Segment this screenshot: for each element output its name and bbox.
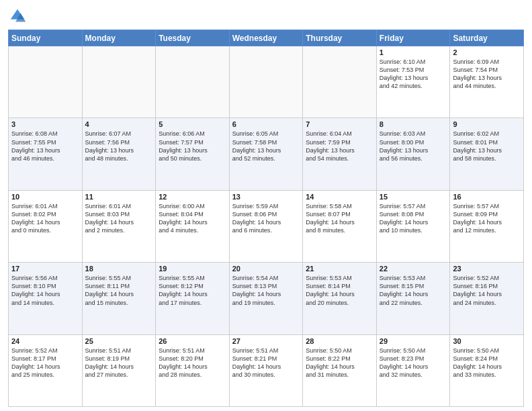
calendar-cell: 19Sunrise: 5:55 AM Sunset: 8:12 PM Dayli… bbox=[156, 263, 230, 334]
calendar-cell bbox=[156, 46, 230, 118]
calendar-day-header: Saturday bbox=[450, 30, 524, 46]
day-info: Sunrise: 5:57 AM Sunset: 8:08 PM Dayligh… bbox=[380, 202, 447, 235]
calendar-cell bbox=[9, 46, 83, 118]
day-info: Sunrise: 6:01 AM Sunset: 8:03 PM Dayligh… bbox=[85, 202, 153, 235]
logo-icon bbox=[8, 7, 27, 26]
day-info: Sunrise: 6:00 AM Sunset: 8:04 PM Dayligh… bbox=[159, 202, 226, 235]
calendar-day-header: Wednesday bbox=[229, 30, 303, 46]
calendar-week-row: 17Sunrise: 5:56 AM Sunset: 8:10 PM Dayli… bbox=[9, 263, 524, 334]
day-number: 14 bbox=[306, 193, 373, 201]
day-number: 19 bbox=[159, 265, 226, 273]
day-number: 6 bbox=[232, 120, 300, 128]
calendar-cell: 24Sunrise: 5:52 AM Sunset: 8:17 PM Dayli… bbox=[9, 334, 83, 406]
day-number: 21 bbox=[306, 265, 373, 273]
calendar-cell: 30Sunrise: 5:50 AM Sunset: 8:24 PM Dayli… bbox=[450, 334, 524, 406]
day-number: 13 bbox=[232, 193, 300, 201]
day-number: 1 bbox=[380, 48, 447, 56]
calendar-cell: 3Sunrise: 6:08 AM Sunset: 7:55 PM Daylig… bbox=[9, 118, 83, 190]
calendar-cell: 14Sunrise: 5:58 AM Sunset: 8:07 PM Dayli… bbox=[303, 190, 377, 262]
calendar-cell bbox=[82, 46, 156, 118]
day-info: Sunrise: 5:50 AM Sunset: 8:24 PM Dayligh… bbox=[453, 347, 521, 379]
day-number: 17 bbox=[11, 265, 79, 273]
day-info: Sunrise: 6:08 AM Sunset: 7:55 PM Dayligh… bbox=[11, 130, 79, 163]
calendar-day-header: Sunday bbox=[9, 30, 83, 46]
day-info: Sunrise: 5:51 AM Sunset: 8:21 PM Dayligh… bbox=[232, 347, 300, 379]
calendar-cell: 21Sunrise: 5:53 AM Sunset: 8:14 PM Dayli… bbox=[303, 263, 377, 334]
day-info: Sunrise: 6:07 AM Sunset: 7:56 PM Dayligh… bbox=[85, 130, 153, 163]
calendar-cell: 20Sunrise: 5:54 AM Sunset: 8:13 PM Dayli… bbox=[229, 263, 303, 334]
calendar-cell: 26Sunrise: 5:51 AM Sunset: 8:20 PM Dayli… bbox=[156, 334, 230, 406]
day-number: 24 bbox=[11, 337, 79, 345]
header bbox=[8, 7, 524, 26]
calendar-week-row: 3Sunrise: 6:08 AM Sunset: 7:55 PM Daylig… bbox=[9, 118, 524, 190]
calendar-cell: 25Sunrise: 5:51 AM Sunset: 8:19 PM Dayli… bbox=[82, 334, 156, 406]
calendar-day-header: Tuesday bbox=[156, 30, 230, 46]
calendar-cell: 2Sunrise: 6:09 AM Sunset: 7:54 PM Daylig… bbox=[450, 46, 524, 118]
calendar-day-header: Friday bbox=[376, 30, 450, 46]
calendar-header-row: SundayMondayTuesdayWednesdayThursdayFrid… bbox=[9, 30, 524, 46]
day-info: Sunrise: 5:51 AM Sunset: 8:19 PM Dayligh… bbox=[85, 347, 153, 379]
day-info: Sunrise: 5:51 AM Sunset: 8:20 PM Dayligh… bbox=[159, 347, 226, 379]
calendar-cell: 28Sunrise: 5:50 AM Sunset: 8:22 PM Dayli… bbox=[303, 334, 377, 406]
calendar-cell bbox=[229, 46, 303, 118]
day-number: 27 bbox=[232, 337, 300, 345]
calendar-cell: 1Sunrise: 6:10 AM Sunset: 7:53 PM Daylig… bbox=[376, 46, 450, 118]
day-number: 18 bbox=[85, 265, 153, 273]
calendar-cell: 27Sunrise: 5:51 AM Sunset: 8:21 PM Dayli… bbox=[229, 334, 303, 406]
day-number: 4 bbox=[85, 120, 153, 128]
calendar-day-header: Monday bbox=[82, 30, 156, 46]
day-number: 8 bbox=[380, 120, 447, 128]
day-number: 15 bbox=[380, 193, 447, 201]
calendar-cell: 18Sunrise: 5:55 AM Sunset: 8:11 PM Dayli… bbox=[82, 263, 156, 334]
day-info: Sunrise: 6:01 AM Sunset: 8:02 PM Dayligh… bbox=[11, 202, 79, 235]
day-info: Sunrise: 5:50 AM Sunset: 8:22 PM Dayligh… bbox=[306, 347, 373, 379]
calendar-cell: 10Sunrise: 6:01 AM Sunset: 8:02 PM Dayli… bbox=[9, 190, 83, 262]
calendar-cell: 12Sunrise: 6:00 AM Sunset: 8:04 PM Dayli… bbox=[156, 190, 230, 262]
calendar-cell: 9Sunrise: 6:02 AM Sunset: 8:01 PM Daylig… bbox=[450, 118, 524, 190]
day-info: Sunrise: 5:53 AM Sunset: 8:15 PM Dayligh… bbox=[380, 274, 447, 307]
calendar-cell: 6Sunrise: 6:05 AM Sunset: 7:58 PM Daylig… bbox=[229, 118, 303, 190]
day-info: Sunrise: 5:59 AM Sunset: 8:06 PM Dayligh… bbox=[232, 202, 300, 235]
day-info: Sunrise: 5:55 AM Sunset: 8:12 PM Dayligh… bbox=[159, 274, 226, 307]
day-info: Sunrise: 5:52 AM Sunset: 8:17 PM Dayligh… bbox=[11, 347, 79, 379]
day-number: 3 bbox=[11, 120, 79, 128]
calendar-cell: 23Sunrise: 5:52 AM Sunset: 8:16 PM Dayli… bbox=[450, 263, 524, 334]
day-info: Sunrise: 6:05 AM Sunset: 7:58 PM Dayligh… bbox=[232, 130, 300, 163]
day-info: Sunrise: 5:55 AM Sunset: 8:11 PM Dayligh… bbox=[85, 274, 153, 307]
calendar-cell: 4Sunrise: 6:07 AM Sunset: 7:56 PM Daylig… bbox=[82, 118, 156, 190]
day-number: 26 bbox=[159, 337, 226, 345]
calendar-table: SundayMondayTuesdayWednesdayThursdayFrid… bbox=[8, 30, 524, 407]
day-info: Sunrise: 6:02 AM Sunset: 8:01 PM Dayligh… bbox=[453, 130, 521, 163]
day-info: Sunrise: 6:03 AM Sunset: 8:00 PM Dayligh… bbox=[380, 130, 447, 163]
day-number: 2 bbox=[453, 48, 521, 56]
day-info: Sunrise: 6:10 AM Sunset: 7:53 PM Dayligh… bbox=[380, 58, 447, 91]
calendar-cell: 13Sunrise: 5:59 AM Sunset: 8:06 PM Dayli… bbox=[229, 190, 303, 262]
day-number: 7 bbox=[306, 120, 373, 128]
calendar-cell: 29Sunrise: 5:50 AM Sunset: 8:23 PM Dayli… bbox=[376, 334, 450, 406]
day-info: Sunrise: 5:56 AM Sunset: 8:10 PM Dayligh… bbox=[11, 274, 79, 307]
calendar-week-row: 24Sunrise: 5:52 AM Sunset: 8:17 PM Dayli… bbox=[9, 334, 524, 406]
calendar-cell: 22Sunrise: 5:53 AM Sunset: 8:15 PM Dayli… bbox=[376, 263, 450, 334]
day-number: 20 bbox=[232, 265, 300, 273]
day-number: 30 bbox=[453, 337, 521, 345]
day-info: Sunrise: 6:06 AM Sunset: 7:57 PM Dayligh… bbox=[159, 130, 226, 163]
main-container: SundayMondayTuesdayWednesdayThursdayFrid… bbox=[0, 0, 532, 411]
calendar-cell: 8Sunrise: 6:03 AM Sunset: 8:00 PM Daylig… bbox=[376, 118, 450, 190]
day-number: 23 bbox=[453, 265, 521, 273]
day-number: 22 bbox=[380, 265, 447, 273]
day-info: Sunrise: 6:09 AM Sunset: 7:54 PM Dayligh… bbox=[453, 58, 521, 91]
calendar-cell: 5Sunrise: 6:06 AM Sunset: 7:57 PM Daylig… bbox=[156, 118, 230, 190]
day-number: 16 bbox=[453, 193, 521, 201]
calendar-cell: 15Sunrise: 5:57 AM Sunset: 8:08 PM Dayli… bbox=[376, 190, 450, 262]
day-number: 9 bbox=[453, 120, 521, 128]
day-number: 25 bbox=[85, 337, 153, 345]
day-number: 29 bbox=[380, 337, 447, 345]
day-info: Sunrise: 6:04 AM Sunset: 7:59 PM Dayligh… bbox=[306, 130, 373, 163]
day-info: Sunrise: 5:50 AM Sunset: 8:23 PM Dayligh… bbox=[380, 347, 447, 379]
calendar-day-header: Thursday bbox=[303, 30, 377, 46]
calendar-cell: 7Sunrise: 6:04 AM Sunset: 7:59 PM Daylig… bbox=[303, 118, 377, 190]
calendar-week-row: 1Sunrise: 6:10 AM Sunset: 7:53 PM Daylig… bbox=[9, 46, 524, 118]
day-info: Sunrise: 5:58 AM Sunset: 8:07 PM Dayligh… bbox=[306, 202, 373, 235]
day-info: Sunrise: 5:57 AM Sunset: 8:09 PM Dayligh… bbox=[453, 202, 521, 235]
day-number: 28 bbox=[306, 337, 373, 345]
